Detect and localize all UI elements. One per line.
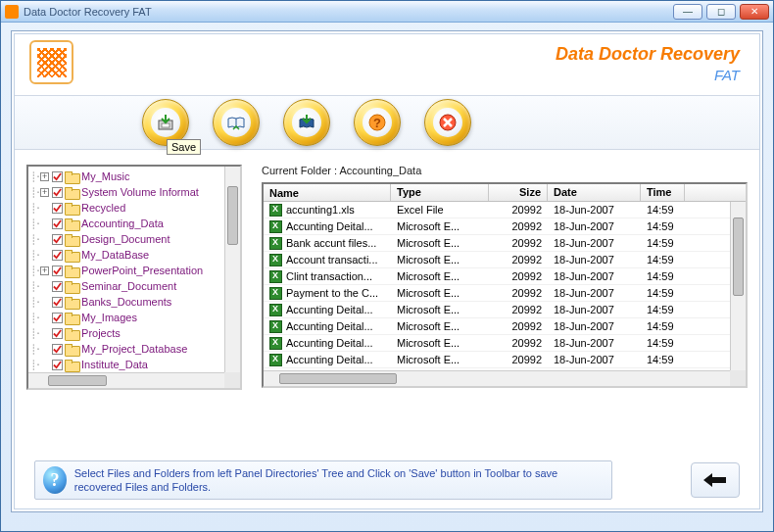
file-size: 20992 — [489, 220, 548, 232]
tree-scrollbar-horizontal[interactable] — [28, 372, 224, 388]
tree-scrollbar-vertical[interactable] — [224, 167, 240, 372]
tree-item[interactable]: ┊·+My_Music — [30, 169, 238, 184]
checkbox[interactable] — [52, 344, 63, 355]
col-type[interactable]: Type — [391, 184, 489, 201]
file-name: accunting1.xls — [286, 204, 355, 216]
file-name: Payment to the C... — [286, 287, 378, 299]
file-row[interactable]: accunting1.xlsExcel File2099218-Jun-2007… — [264, 202, 746, 218]
file-date: 18-Jun-2007 — [548, 304, 641, 315]
folder-tree[interactable]: ┊·+My_Music ┊·+System Volume Informat ┊·… — [26, 165, 242, 390]
file-scrollbar-horizontal[interactable] — [264, 370, 730, 386]
open-log-button[interactable] — [213, 99, 260, 146]
minimize-button[interactable]: — — [673, 4, 702, 20]
excel-file-icon — [269, 337, 282, 350]
tree-item[interactable]: ┊·+Seminar_Document — [30, 278, 238, 294]
file-type: Microsoft E... — [391, 304, 489, 315]
checkbox[interactable] — [52, 313, 63, 323]
tree-item[interactable]: ┊·+Accounting_Data — [30, 216, 238, 231]
current-folder-label: Current Folder : Accounting_Data — [262, 165, 748, 176]
maximize-button[interactable]: ◻ — [706, 4, 736, 20]
help-button[interactable]: ? — [354, 99, 401, 146]
tree-item[interactable]: ┊·+Institute_Data — [30, 357, 238, 372]
file-type: Microsoft E... — [391, 270, 489, 282]
tree-item[interactable]: ┊·+My_DataBase — [30, 247, 238, 263]
file-date: 18-Jun-2007 — [548, 354, 641, 365]
checkbox[interactable] — [52, 266, 63, 276]
load-button[interactable] — [283, 99, 330, 146]
file-row[interactable]: Accunting Deital...Microsoft E...2099218… — [264, 302, 746, 318]
excel-file-icon — [269, 270, 282, 283]
titlebar[interactable]: Data Doctor Recovery FAT — ◻ ✕ — [1, 1, 773, 23]
tree-item[interactable]: ┊·+Projects — [30, 325, 238, 341]
tree-item-label: Recycled — [81, 202, 125, 214]
svg-rect-1 — [162, 123, 169, 127]
checkbox[interactable] — [52, 328, 63, 339]
tree-item[interactable]: ┊·+Banks_Documents — [30, 294, 238, 310]
file-row[interactable]: Accunting Deital...Microsoft E...2099218… — [264, 335, 746, 352]
file-row[interactable]: Account transacti...Microsoft E...209921… — [264, 252, 746, 268]
close-button[interactable]: ✕ — [740, 4, 769, 20]
file-time: 14:59 — [641, 254, 685, 266]
stop-button[interactable] — [424, 99, 471, 146]
folder-icon — [65, 171, 78, 182]
file-list-header[interactable]: Name Type Size Date Time — [264, 184, 746, 202]
folder-icon — [65, 218, 78, 229]
back-button[interactable] — [691, 462, 740, 498]
file-size: 20992 — [489, 287, 548, 299]
expand-icon[interactable]: + — [40, 266, 49, 275]
tree-item-label: Banks_Documents — [81, 296, 171, 308]
file-name: Clint transaction... — [286, 270, 372, 282]
col-time[interactable]: Time — [641, 184, 685, 201]
file-scrollbar-vertical[interactable] — [730, 202, 746, 370]
file-time: 14:59 — [641, 304, 685, 315]
tree-item[interactable]: ┊·+My_Project_Database — [30, 341, 238, 357]
file-row[interactable]: Accunting Deital...Microsoft E...2099218… — [264, 218, 746, 235]
col-size[interactable]: Size — [489, 184, 548, 201]
col-date[interactable]: Date — [548, 184, 641, 201]
file-name: Bank accunt files... — [286, 237, 376, 249]
folder-icon — [65, 344, 78, 355]
excel-file-icon — [269, 287, 282, 300]
checkbox[interactable] — [52, 281, 63, 292]
excel-file-icon — [269, 354, 282, 366]
brand-subtitle: FAT — [556, 67, 740, 83]
file-row[interactable]: Payment to the C...Microsoft E...2099218… — [264, 285, 746, 302]
hint-box: ? Select Files and Folders from left Pan… — [34, 460, 612, 500]
col-name[interactable]: Name — [264, 184, 391, 201]
file-type: Microsoft E... — [391, 287, 489, 299]
checkbox[interactable] — [52, 218, 63, 229]
checkbox[interactable] — [52, 203, 63, 214]
checkbox[interactable] — [52, 297, 63, 308]
folder-icon — [65, 297, 78, 308]
file-row[interactable]: Accunting Deital...Microsoft E...2099218… — [264, 352, 746, 368]
checkbox[interactable] — [52, 250, 63, 261]
tree-item[interactable]: ┊·+Recycled — [30, 200, 238, 216]
expand-icon[interactable]: + — [40, 188, 49, 197]
tree-item[interactable]: ┊·+System Volume Informat — [30, 184, 238, 200]
excel-file-icon — [269, 254, 282, 266]
file-date: 18-Jun-2007 — [548, 320, 641, 332]
checkbox[interactable] — [52, 171, 63, 182]
folder-icon — [65, 266, 78, 276]
brand: Data Doctor Recovery FAT — [556, 44, 740, 83]
checkbox[interactable] — [52, 187, 63, 198]
file-list[interactable]: Name Type Size Date Time accunting1.xlsE… — [262, 182, 748, 388]
excel-file-icon — [269, 237, 282, 250]
file-name: Accunting Deital... — [286, 320, 373, 332]
file-date: 18-Jun-2007 — [548, 287, 641, 299]
file-row[interactable]: Accunting Deital...Microsoft E...2099218… — [264, 318, 746, 335]
file-row[interactable]: Bank accunt files...Microsoft E...209921… — [264, 235, 746, 252]
tree-item[interactable]: ┊·+PowerPoint_Presentation — [30, 263, 238, 278]
file-date: 18-Jun-2007 — [548, 204, 641, 216]
file-size: 20992 — [489, 304, 548, 315]
tree-item[interactable]: ┊·+My_Images — [30, 310, 238, 325]
save-button[interactable]: Save — [142, 99, 189, 146]
file-row[interactable]: Clint transaction...Microsoft E...209921… — [264, 268, 746, 285]
checkbox[interactable] — [52, 234, 63, 245]
svg-text:?: ? — [373, 116, 381, 130]
file-type: Excel File — [391, 204, 489, 216]
tree-item[interactable]: ┊·+Design_Document — [30, 231, 238, 247]
folder-icon — [65, 360, 78, 370]
checkbox[interactable] — [52, 360, 63, 370]
expand-icon[interactable]: + — [40, 172, 49, 181]
